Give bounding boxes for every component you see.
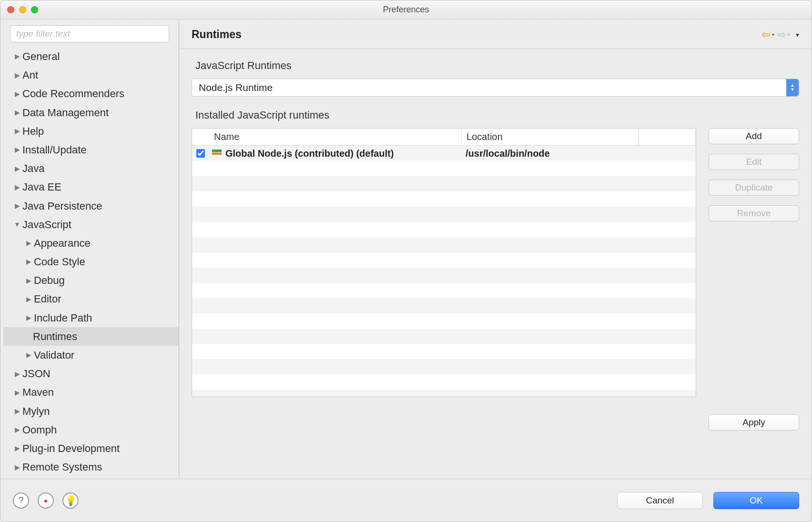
tree-item-label: Remote Systems [22, 459, 102, 475]
chevron-right-icon[interactable]: ▶ [13, 51, 21, 61]
tree-item-javascript[interactable]: ▼JavaScript [3, 215, 179, 234]
chevron-right-icon[interactable]: ▶ [13, 462, 21, 472]
table-row [192, 207, 696, 222]
tree-item-oomph[interactable]: ▶Oomph [3, 421, 179, 439]
apply-button[interactable]: Apply [709, 414, 799, 431]
tree-item-label: Data Management [22, 104, 109, 121]
table-row [192, 283, 696, 298]
tree-item-java-ee[interactable]: ▶Java EE [3, 178, 179, 196]
section-installed: Installed JavaScript runtimes [179, 107, 812, 128]
chevron-right-icon[interactable]: ▶ [13, 406, 21, 416]
runtimes-table[interactable]: Name Location Global Node.js (contribute… [192, 128, 696, 397]
nav-back-menu-icon[interactable]: ▾ [772, 32, 774, 37]
dialog-footer: ? ● 💡 Cancel OK [0, 479, 812, 522]
table-row [192, 344, 696, 359]
tree-item-label: Editor [34, 291, 61, 307]
titlebar: Preferences [0, 0, 812, 20]
chevron-right-icon[interactable]: ▶ [24, 256, 33, 267]
tree-item-label: Debug [34, 272, 65, 289]
chevron-right-icon[interactable]: ▶ [24, 294, 33, 304]
record-icon[interactable]: ● [38, 492, 54, 509]
tree-item-label: Include Path [34, 310, 92, 326]
preferences-tree[interactable]: ▶General▶Ant▶Code Recommenders▶Data Mana… [0, 47, 179, 479]
tree-item-json[interactable]: ▶JSON [3, 364, 179, 383]
tree-item-data-management[interactable]: ▶Data Management [3, 103, 179, 122]
chevron-right-icon[interactable]: ▶ [13, 89, 21, 99]
tree-item-appearance[interactable]: ▶Appearance [3, 234, 179, 252]
chevron-right-icon[interactable]: ▶ [13, 126, 21, 136]
chevron-right-icon[interactable]: ▶ [13, 424, 21, 435]
chevron-right-icon[interactable]: ▶ [13, 387, 21, 398]
tree-item-label: Mylyn [22, 403, 50, 420]
nav-back-icon[interactable]: ⇦ [761, 29, 770, 41]
chevron-right-icon[interactable]: ▶ [24, 312, 33, 323]
tree-item-install-update[interactable]: ▶Install/Update [3, 141, 179, 159]
nav-forward-icon: ⇨ [777, 29, 786, 41]
add-button[interactable]: Add [709, 128, 799, 144]
view-menu-icon[interactable]: ▾ [796, 31, 799, 39]
lightbulb-icon[interactable]: 💡 [62, 492, 79, 509]
tree-item-debug[interactable]: ▶Debug [3, 271, 179, 290]
table-row [192, 191, 696, 207]
chevron-right-icon[interactable]: ▶ [13, 144, 21, 155]
tree-item-java-persistence[interactable]: ▶Java Persistence [3, 197, 179, 215]
page-nav: ⇦▾ ⇨▾ ▾ [761, 29, 799, 41]
chevron-right-icon[interactable]: ▶ [13, 163, 21, 174]
tree-item-label: Validator [34, 347, 74, 363]
chevron-right-icon[interactable]: ▶ [13, 443, 21, 453]
tree-item-label: Install/Update [22, 141, 87, 158]
tree-item-ant[interactable]: ▶Ant [3, 66, 179, 84]
runtime-name: Global Node.js (contributed) (default) [225, 148, 394, 159]
tree-item-mylyn[interactable]: ▶Mylyn [3, 402, 179, 421]
chevron-right-icon[interactable]: ▶ [13, 70, 21, 80]
col-name[interactable]: Name [209, 129, 462, 145]
ok-button[interactable]: OK [713, 492, 799, 509]
table-row[interactable]: Global Node.js (contributed) (default)/u… [192, 146, 696, 161]
tree-item-label: Ant [22, 67, 38, 83]
runtime-location: /usr/local/bin/node [462, 148, 639, 159]
tree-item-include-path[interactable]: ▶Include Path [3, 309, 179, 327]
duplicate-button: Duplicate [709, 180, 799, 196]
tree-item-label: Oomph [22, 422, 57, 438]
runtime-type-combo[interactable]: Node.js Runtime ▲▼ [192, 79, 799, 97]
edit-button: Edit [709, 154, 799, 170]
table-row [192, 359, 696, 374]
filter-input[interactable] [10, 25, 169, 42]
chevron-right-icon[interactable]: ▶ [13, 107, 21, 118]
chevron-right-icon[interactable]: ▶ [13, 182, 21, 192]
tree-item-java[interactable]: ▶Java [3, 159, 179, 178]
chevron-right-icon[interactable]: ▶ [24, 350, 33, 360]
tree-item-label: Code Recommenders [22, 85, 124, 102]
tree-item-maven[interactable]: ▶Maven [3, 383, 179, 402]
tree-item-code-style[interactable]: ▶Code Style [3, 252, 179, 271]
chevron-right-icon[interactable]: ▶ [13, 369, 21, 379]
window-title: Preferences [0, 5, 812, 15]
nav-forward-menu-icon: ▾ [788, 32, 790, 37]
tree-item-label: JSON [22, 365, 51, 382]
runtime-checkbox[interactable] [196, 149, 205, 158]
tree-item-label: JavaScript [22, 216, 71, 233]
tree-item-validator[interactable]: ▶Validator [3, 346, 179, 364]
tree-item-remote-systems[interactable]: ▶Remote Systems [3, 458, 179, 476]
tree-item-plug-in-development[interactable]: ▶Plug-in Development [3, 439, 179, 458]
tree-item-code-recommenders[interactable]: ▶Code Recommenders [3, 84, 179, 103]
help-icon[interactable]: ? [13, 492, 29, 509]
cancel-button[interactable]: Cancel [617, 492, 703, 509]
col-location[interactable]: Location [462, 129, 639, 145]
chevron-right-icon[interactable]: ▶ [24, 275, 33, 286]
tree-item-help[interactable]: ▶Help [3, 122, 179, 141]
chevron-right-icon[interactable]: ▶ [24, 238, 33, 248]
tree-item-general[interactable]: ▶General [3, 47, 179, 66]
table-row [192, 298, 696, 313]
table-row [192, 329, 696, 344]
tree-item-runtimes[interactable]: Runtimes [3, 327, 179, 346]
tree-item-editor[interactable]: ▶Editor [3, 290, 179, 308]
table-row [192, 252, 696, 268]
chevron-right-icon[interactable]: ▶ [13, 201, 21, 211]
table-row [192, 161, 696, 176]
table-row [192, 390, 696, 397]
stepper-icon[interactable]: ▲▼ [786, 79, 799, 96]
chevron-down-icon[interactable]: ▼ [13, 219, 21, 230]
tree-item-label: Help [22, 123, 44, 140]
preferences-sidebar: ▶General▶Ant▶Code Recommenders▶Data Mana… [0, 20, 179, 479]
